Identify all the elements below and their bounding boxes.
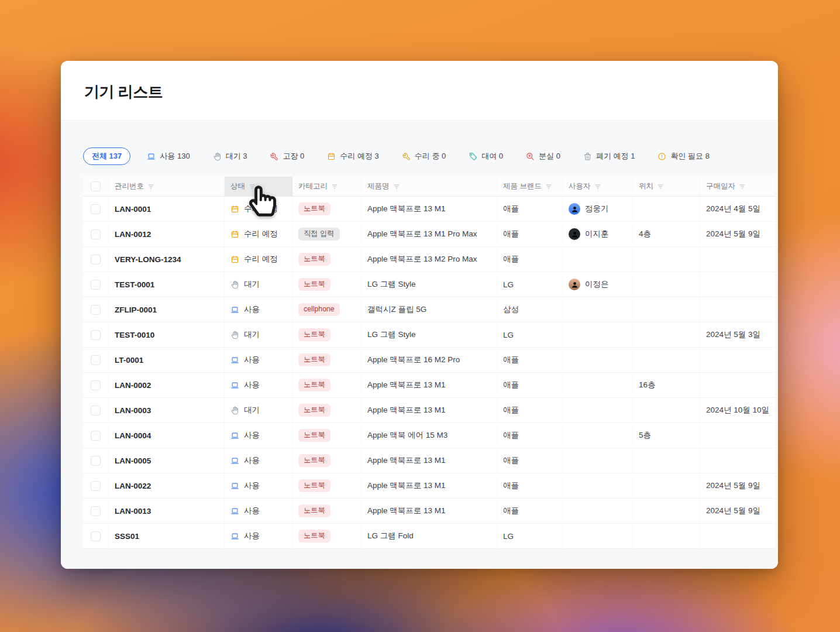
location [633,322,700,347]
alert-icon [657,152,666,161]
row-checkbox[interactable] [91,330,101,340]
filter-chip-label: 분실 0 [539,151,560,162]
row-checkbox[interactable] [91,380,101,390]
table-row[interactable]: LT-0001 사용 노트북 Apple 맥북프로 16 M2 Pro 애플 [83,348,775,373]
page-title: 기기 리스트 [84,82,755,102]
filter-chip[interactable]: 폐기 예정 1 [577,147,641,165]
row-checkbox[interactable] [91,506,101,516]
category-cell: 노트북 [292,348,362,372]
category-cell: 직접 입력 [292,222,362,246]
tag-icon [469,152,477,161]
row-checkbox[interactable] [91,355,101,365]
filter-bar: 전체 137 사용 130 대기 3 고장 0 수리 예정 3 수리 중 0 대… [83,147,755,165]
filter-chip-label: 전체 137 [92,151,122,162]
laptop-icon [230,381,239,390]
table-row[interactable]: ZFLIP-0001 사용 cellphone 갤럭시Z 플립 5G 삼성 [83,297,775,322]
table-row[interactable]: SSS01 사용 노트북 LG 그램 Fold LG [83,524,775,549]
filter-funnel-icon[interactable] [393,183,400,190]
column-header[interactable]: 위치 [633,177,700,196]
calendar-icon [230,230,239,239]
row-checkbox-cell [83,348,109,372]
row-checkbox[interactable] [91,280,101,290]
table-row[interactable]: TEST-0010 대기 노트북 LG 그램 Style LG 2024년 5월… [83,322,775,348]
row-checkbox[interactable] [91,431,101,441]
column-header[interactable]: 관리번호 [109,177,225,196]
purchase-date: 2024년 4월 5일 [700,197,775,221]
status-label: 사용 [244,455,260,466]
table-row[interactable]: LAN-0001 수리 예정 노트북 Apple 맥북프로 13 M1 애플 정… [83,197,775,222]
status-label: 사용 [244,506,260,516]
broken-icon [270,152,278,161]
row-checkbox[interactable] [91,204,101,214]
column-header[interactable]: 제품 브랜드 [497,177,563,196]
filter-chip[interactable]: 고장 0 [263,147,311,165]
row-checkbox[interactable] [91,481,101,491]
lost-icon [526,152,535,161]
column-header[interactable]: 상태 [225,177,292,196]
filter-chip-label: 수리 예정 3 [340,151,378,162]
user-cell [563,247,633,272]
hand-icon [230,406,239,415]
laptop-icon [230,507,239,516]
table-row[interactable]: LAN-0013 사용 노트북 Apple 맥북프로 13 M1 애플 2024… [83,499,775,524]
table-body: LAN-0001 수리 예정 노트북 Apple 맥북프로 13 M1 애플 정… [83,197,775,549]
table-row[interactable]: LAN-0005 사용 노트북 Apple 맥북프로 13 M1 애플 [83,448,775,473]
filter-chip[interactable]: 수리 예정 3 [321,147,385,165]
column-header[interactable]: 제품명 [362,177,497,196]
filter-chip-label: 대기 3 [226,151,247,162]
window-header: 기기 리스트 [61,61,778,120]
row-checkbox[interactable] [91,255,101,265]
product-name: Apple 맥북프로 13 M1 [362,448,497,473]
filter-chip[interactable]: 전체 137 [83,147,130,165]
filter-funnel-icon[interactable] [545,183,552,190]
table-row[interactable]: LAN-0002 사용 노트북 Apple 맥북프로 13 M1 애플 16층 [83,373,775,398]
column-header[interactable]: 구매일자 [700,177,775,196]
product-name: Apple 맥북프로 13 M2 Pro Max [362,247,497,272]
filter-funnel-icon[interactable] [657,183,664,190]
filter-chip[interactable]: 수리 중 0 [395,147,452,165]
hand-icon [230,280,239,289]
brand: 삼성 [497,297,563,322]
column-header-label: 제품 브랜드 [503,181,542,191]
table-row[interactable]: LAN-0022 사용 노트북 Apple 맥북프로 13 M1 애플 2024… [83,473,775,499]
device-id: LAN-0001 [109,197,225,221]
filter-chip[interactable]: 대여 0 [462,147,509,165]
table-row[interactable]: LAN-0012 수리 예정 직접 입력 Apple 맥북프로 13 M1 Pr… [83,222,775,247]
column-header-label: 상태 [230,181,245,191]
filter-funnel-icon[interactable] [739,183,746,190]
select-all-checkbox[interactable] [91,181,101,191]
row-checkbox[interactable] [91,406,101,415]
filter-funnel-icon[interactable] [147,183,154,190]
location [633,398,700,423]
column-header[interactable]: 사용자 [563,177,633,196]
device-status: 사용 [225,499,292,523]
user-cell: 정웅기 [563,197,633,221]
row-checkbox[interactable] [91,456,101,466]
filter-chip-label: 사용 130 [160,151,190,162]
table-row[interactable]: VERY-LONG-1234 수리 예정 노트북 Apple 맥북프로 13 M… [83,247,775,272]
calendar-icon [230,205,239,214]
product-name: Apple 맥북프로 13 M1 [362,398,497,423]
row-checkbox[interactable] [91,305,101,315]
filter-funnel-icon[interactable] [249,183,256,190]
table-row[interactable]: LAN-0004 사용 노트북 Apple 맥북 에어 15 M3 애플 5층 [83,423,775,448]
brand: LG [497,524,563,548]
row-checkbox[interactable] [91,531,101,541]
table-row[interactable]: TEST-0001 대기 노트북 LG 그램 Style LG 이정은 [83,272,775,297]
filter-funnel-icon[interactable] [594,183,601,190]
status-label: 사용 [244,380,260,390]
category-cell: 노트북 [292,398,362,423]
brand: 애플 [497,473,563,498]
filter-chip[interactable]: 분실 0 [519,147,567,165]
filter-chip[interactable]: 대기 3 [206,147,254,165]
status-label: 사용 [244,531,260,541]
product-name: Apple 맥북프로 13 M1 Pro Max [362,222,497,246]
device-status: 수리 예정 [225,222,292,246]
filter-chip[interactable]: 확인 필요 8 [651,147,715,165]
table-row[interactable]: LAN-0003 대기 노트북 Apple 맥북프로 13 M1 애플 2024… [83,398,775,423]
filter-chip[interactable]: 사용 130 [140,147,196,165]
column-header[interactable]: 카테고리 [292,177,362,196]
row-checkbox[interactable] [91,229,101,239]
filter-funnel-icon[interactable] [331,183,338,190]
category-badge: 노트북 [298,278,331,290]
